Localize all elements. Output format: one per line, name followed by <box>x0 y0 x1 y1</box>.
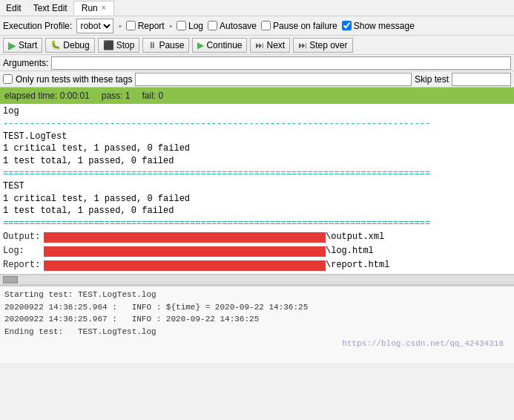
output-redacted <box>44 232 326 243</box>
toolbar1: Execution Profile: robot ▪ Report ▪ Log … <box>0 16 514 36</box>
stop-button[interactable]: ⬛ Stop <box>98 38 140 53</box>
debug-button[interactable]: 🐛 Debug <box>45 38 94 53</box>
pause-checkbox[interactable] <box>261 21 271 30</box>
output-line-test2: TEST <box>3 180 511 193</box>
autosave-checkbox[interactable] <box>208 21 217 30</box>
stop-label: Stop <box>116 40 135 50</box>
next-button[interactable]: ⏭ Next <box>250 38 290 53</box>
stop-icon: ⬛ <box>103 40 114 50</box>
start-icon: ▶ <box>8 39 16 51</box>
scroll-thumb[interactable] <box>3 276 18 283</box>
output-area[interactable]: log ------------------------------------… <box>0 104 514 275</box>
console-line-3: 20200922 14:36:25.967 : INFO : 2020-09-2… <box>4 313 510 326</box>
output-line-log: log <box>3 105 511 118</box>
log-file-label: Log: <box>3 244 44 258</box>
console-line-2: 20200922 14:36:25.964 : INFO : ${time} =… <box>4 301 510 314</box>
log-label: Log <box>188 21 203 31</box>
pause-icon: ⏸ <box>148 40 156 50</box>
log-checkbox-label[interactable]: Log <box>177 21 203 31</box>
skip-input[interactable] <box>452 73 511 86</box>
output-file-end: \output.xml <box>326 230 384 244</box>
fail-count: fail: 0 <box>142 91 163 101</box>
console-line-1: Starting test: TEST.LogTest.log <box>4 289 510 301</box>
output-line-test1: TEST.LogTest <box>3 131 511 143</box>
log-redacted <box>44 246 326 257</box>
continue-label: Continue <box>206 40 242 50</box>
autosave-label: Autosave <box>220 21 257 31</box>
menu-edit[interactable]: Edit <box>0 1 27 15</box>
menu-textedit[interactable]: Text Edit <box>27 1 73 15</box>
output-sep1: ----------------------------------------… <box>3 118 511 131</box>
output-file-line: Output: \output.xml <box>3 230 511 244</box>
args-input[interactable] <box>51 56 511 70</box>
show-message-checkbox-label[interactable]: Show message <box>342 21 415 31</box>
horizontal-scrollbar[interactable] <box>0 275 514 285</box>
sep2: ▪ <box>169 21 172 31</box>
output-line-total1: 1 test total, 1 passed, 0 failed <box>3 155 511 168</box>
pass-count: pass: 1 <box>102 91 131 101</box>
tab-run[interactable]: Run × <box>73 1 114 16</box>
step-over-button[interactable]: ⏭ Step over <box>293 38 352 53</box>
log-file-line: Log: \log.html <box>3 244 511 258</box>
report-redacted <box>44 260 326 271</box>
console-area[interactable]: Starting test: TEST.LogTest.log 20200922… <box>0 285 514 363</box>
output-line-critical1: 1 critical test, 1 passed, 0 failed <box>3 142 511 155</box>
toolbar2: ▶ Start 🐛 Debug ⬛ Stop ⏸ Pause ▶ Continu… <box>0 36 514 55</box>
pause-button[interactable]: ⏸ Pause <box>142 38 189 53</box>
continue-icon: ▶ <box>197 40 204 50</box>
tags-row: Only run tests with these tags Skip test <box>0 71 514 88</box>
menu-bar: Edit Text Edit Run × <box>0 0 514 16</box>
status-bar: elapsed time: 0:00:01 pass: 1 fail: 0 <box>0 88 514 104</box>
args-label: Arguments: <box>3 58 48 68</box>
watermark: https://blog.csdn.net/qq_42434318 <box>4 338 510 350</box>
report-file-line: Report: \report.html <box>3 258 511 272</box>
tags-label: Only run tests with these tags <box>16 74 132 85</box>
report-file-end: \report.html <box>326 258 389 272</box>
show-message-label: Show message <box>354 21 415 31</box>
skip-label: Skip test <box>415 74 449 85</box>
tags-input[interactable] <box>135 73 412 86</box>
tab-run-label: Run <box>82 3 98 13</box>
debug-label: Debug <box>63 40 89 50</box>
step-label: Step over <box>309 40 347 50</box>
next-label: Next <box>266 40 285 50</box>
report-label: Report <box>138 21 165 31</box>
output-line-critical2: 1 critical test, 1 passed, 0 failed <box>3 193 511 206</box>
debug-icon: 🐛 <box>50 40 61 50</box>
elapsed-time: elapsed time: 0:00:01 <box>4 91 90 101</box>
continue-button[interactable]: ▶ Continue <box>192 38 247 53</box>
profile-select[interactable]: robot <box>76 19 113 33</box>
pause-checkbox-label[interactable]: Pause on failure <box>261 21 337 31</box>
close-icon[interactable]: × <box>102 4 106 12</box>
report-checkbox-label[interactable]: Report <box>126 21 165 31</box>
pause-btn-label: Pause <box>159 40 184 50</box>
start-button[interactable]: ▶ Start <box>3 38 42 53</box>
output-sep2: ========================================… <box>3 168 511 180</box>
show-message-checkbox[interactable] <box>342 21 352 30</box>
start-label: Start <box>19 40 37 50</box>
autosave-checkbox-label[interactable]: Autosave <box>208 21 257 31</box>
output-line-total2: 1 test total, 1 passed, 0 failed <box>3 205 511 217</box>
log-file-end: \log.html <box>326 244 374 258</box>
console-line-4: Ending test: TEST.LogTest.log <box>4 326 510 338</box>
step-icon: ⏭ <box>298 40 307 50</box>
tags-checkbox[interactable] <box>3 74 13 84</box>
next-icon: ⏭ <box>255 40 264 50</box>
report-checkbox[interactable] <box>126 21 136 30</box>
output-file-label: Output: <box>3 230 44 244</box>
args-row: Arguments: <box>0 55 514 71</box>
profile-label: Execution Profile: <box>3 21 72 31</box>
output-sep3: ========================================… <box>3 217 511 230</box>
log-checkbox[interactable] <box>177 21 186 30</box>
report-file-label: Report: <box>3 258 44 272</box>
sep1: ▪ <box>118 21 121 31</box>
pause-label: Pause on failure <box>273 21 337 31</box>
